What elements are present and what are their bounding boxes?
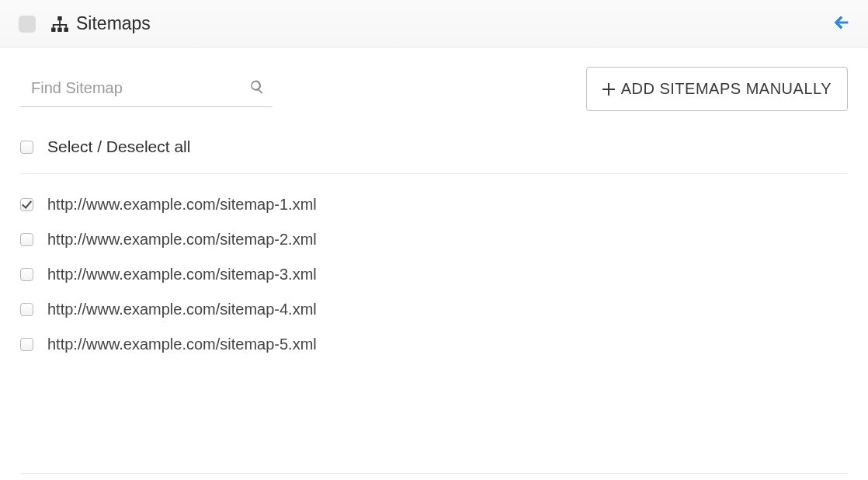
content-area: Select / Deselect all http://www.example… [0, 119, 868, 353]
plus-icon [602, 83, 615, 96]
sitemap-row: http://www.example.com/sitemap-5.xml [20, 336, 848, 353]
page-title: Sitemaps [76, 13, 151, 34]
search-icon[interactable] [249, 78, 265, 97]
select-all-row: Select / Deselect all [20, 137, 848, 174]
add-sitemaps-button[interactable]: ADD SITEMAPS MANUALLY [586, 67, 848, 111]
add-button-label: ADD SITEMAPS MANUALLY [621, 80, 832, 98]
select-all-checkbox[interactable] [20, 141, 33, 154]
sitemap-url: http://www.example.com/sitemap-1.xml [47, 196, 317, 214]
sitemap-checkbox[interactable] [20, 198, 33, 211]
sitemap-url: http://www.example.com/sitemap-3.xml [47, 266, 317, 283]
sitemap-row: http://www.example.com/sitemap-4.xml [20, 301, 848, 318]
sitemap-checkbox[interactable] [20, 233, 33, 246]
sitemap-row: http://www.example.com/sitemap-2.xml [20, 231, 848, 249]
sitemap-checkbox[interactable] [20, 268, 33, 281]
svg-rect-2 [57, 27, 61, 31]
svg-rect-3 [64, 27, 68, 31]
search-wrap [20, 71, 273, 107]
sitemap-url: http://www.example.com/sitemap-5.xml [47, 336, 317, 353]
svg-rect-6 [53, 24, 54, 28]
sitemap-url: http://www.example.com/sitemap-2.xml [47, 231, 317, 249]
select-all-label: Select / Deselect all [47, 137, 190, 156]
sitemap-url: http://www.example.com/sitemap-4.xml [47, 301, 317, 318]
toolbar: ADD SITEMAPS MANUALLY [0, 48, 868, 119]
svg-rect-7 [59, 24, 61, 28]
sitemap-row: http://www.example.com/sitemap-1.xml [20, 196, 848, 214]
header-bar: Sitemaps [0, 0, 868, 48]
header-checkbox[interactable] [19, 16, 36, 33]
sitemap-checkbox[interactable] [20, 303, 33, 316]
svg-rect-0 [57, 16, 61, 20]
sitemap-checkbox[interactable] [20, 338, 33, 351]
svg-rect-4 [59, 20, 61, 24]
sitemap-list: http://www.example.com/sitemap-1.xmlhttp… [20, 174, 848, 353]
search-input[interactable] [20, 71, 273, 107]
footer-divider [20, 473, 848, 474]
sitemap-icon [51, 16, 68, 32]
svg-rect-1 [51, 27, 55, 31]
svg-rect-8 [65, 24, 67, 28]
back-arrow-icon[interactable] [832, 13, 851, 35]
sitemap-row: http://www.example.com/sitemap-3.xml [20, 266, 848, 283]
